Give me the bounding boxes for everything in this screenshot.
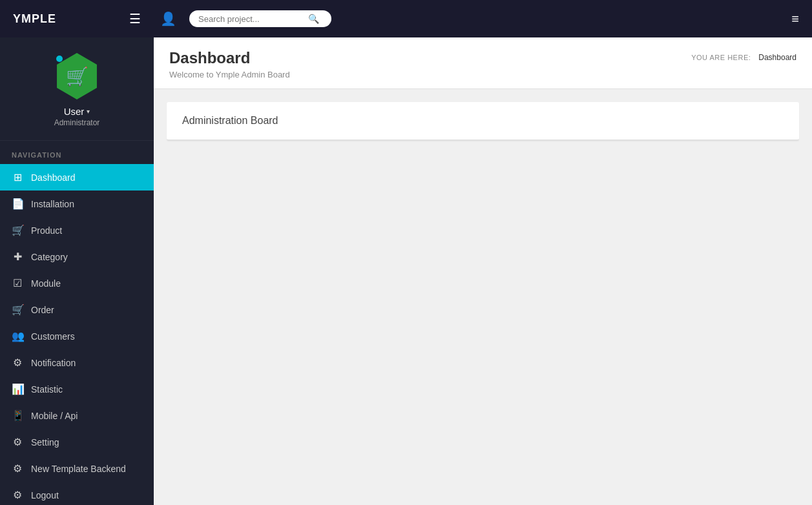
page-subtitle: Welcome to Ymple Admin Board [169, 70, 290, 79]
installation-icon: 📄 [12, 198, 23, 210]
sidebar-item-logout[interactable]: ⚙ Logout [0, 482, 154, 505]
top-header: YMPLE ☰ 👤 🔍 ≡ [0, 0, 812, 37]
breadcrumb: YOU ARE HERE: Dashboard [691, 53, 796, 62]
sidebar-item-label-category: Category [31, 252, 68, 262]
sidebar-item-label-order: Order [31, 305, 54, 315]
search-input[interactable] [198, 14, 308, 24]
user-name[interactable]: User ▾ [64, 106, 90, 117]
page-header: Dashboard Welcome to Ymple Admin Board Y… [154, 37, 812, 89]
sidebar-item-label-dashboard: Dashboard [31, 172, 76, 183]
hamburger-icon[interactable]: ☰ [129, 11, 141, 26]
header-list-icon[interactable]: ≡ [791, 12, 799, 26]
sidebar-item-label-setting: Setting [31, 437, 59, 448]
online-dot [56, 56, 63, 62]
sidebar-item-mobile-api[interactable]: 📱 Mobile / Api [0, 402, 154, 429]
sidebar-item-label-statistic: Statistic [31, 384, 63, 395]
sidebar-item-dashboard[interactable]: ⊞ Dashboard [0, 164, 154, 191]
main-layout: 🛒 User ▾ Administrator NAVIGATION ⊞ Dash… [0, 37, 812, 505]
category-icon: ✚ [12, 251, 23, 263]
breadcrumb-current: Dashboard [758, 53, 796, 62]
content-area: Administration Board [154, 89, 812, 505]
sidebar-item-installation[interactable]: 📄 Installation [0, 191, 154, 217]
sidebar-item-label-new-template-backend: New Template Backend [31, 464, 126, 474]
page-title: Dashboard [169, 49, 290, 67]
sidebar-item-new-template-backend[interactable]: ⚙ New Template Backend [0, 455, 154, 482]
customers-icon: 👥 [12, 330, 23, 342]
nav-section: NAVIGATION ⊞ Dashboard 📄 Installation 🛒 … [0, 141, 154, 505]
user-role: Administrator [54, 118, 100, 127]
user-icon[interactable]: 👤 [160, 11, 176, 26]
sidebar-item-category[interactable]: ✚ Category [0, 243, 154, 270]
nav-label: NAVIGATION [0, 151, 154, 164]
logout-icon: ⚙ [12, 489, 23, 501]
search-container: 🔍 [189, 10, 331, 27]
sidebar-item-label-notification: Notification [31, 358, 76, 368]
mobile-api-icon: 📱 [12, 409, 23, 422]
module-icon: ☑ [12, 277, 23, 289]
sidebar-item-label-module: Module [31, 278, 61, 289]
order-icon: 🛒 [12, 304, 23, 316]
user-avatar-wrap: 🛒 [54, 53, 100, 99]
sidebar-item-product[interactable]: 🛒 Product [0, 217, 154, 243]
logo: YMPLE [13, 12, 116, 26]
main-content: Dashboard Welcome to Ymple Admin Board Y… [154, 37, 812, 505]
sidebar-item-label-logout: Logout [31, 490, 59, 500]
sidebar-item-label-mobile-api: Mobile / Api [31, 411, 78, 421]
sidebar: 🛒 User ▾ Administrator NAVIGATION ⊞ Dash… [0, 37, 154, 505]
cart-icon: 🛒 [66, 66, 88, 87]
sidebar-item-order[interactable]: 🛒 Order [0, 296, 154, 323]
sidebar-item-notification[interactable]: ⚙ Notification [0, 349, 154, 376]
user-dropdown-arrow: ▾ [87, 108, 90, 115]
user-name-text: User [64, 106, 85, 117]
sidebar-item-label-customers: Customers [31, 331, 75, 342]
dashboard-icon: ⊞ [12, 171, 23, 183]
statistic-icon: 📊 [12, 383, 23, 395]
admin-board-title: Administration Board [182, 115, 784, 127]
breadcrumb-label: YOU ARE HERE: [691, 54, 751, 61]
sidebar-item-module[interactable]: ☑ Module [0, 270, 154, 296]
sidebar-item-customers[interactable]: 👥 Customers [0, 323, 154, 349]
new-template-backend-icon: ⚙ [12, 462, 23, 475]
sidebar-item-label-product: Product [31, 225, 62, 236]
admin-board-card: Administration Board [167, 102, 799, 141]
sidebar-item-statistic[interactable]: 📊 Statistic [0, 376, 154, 402]
search-button[interactable]: 🔍 [308, 14, 319, 24]
user-section: 🛒 User ▾ Administrator [0, 37, 154, 141]
notification-icon: ⚙ [12, 356, 23, 369]
sidebar-item-setting[interactable]: ⚙ Setting [0, 429, 154, 455]
product-icon: 🛒 [12, 224, 23, 236]
sidebar-item-label-installation: Installation [31, 199, 74, 209]
page-title-block: Dashboard Welcome to Ymple Admin Board [169, 49, 290, 79]
setting-icon: ⚙ [12, 436, 23, 448]
